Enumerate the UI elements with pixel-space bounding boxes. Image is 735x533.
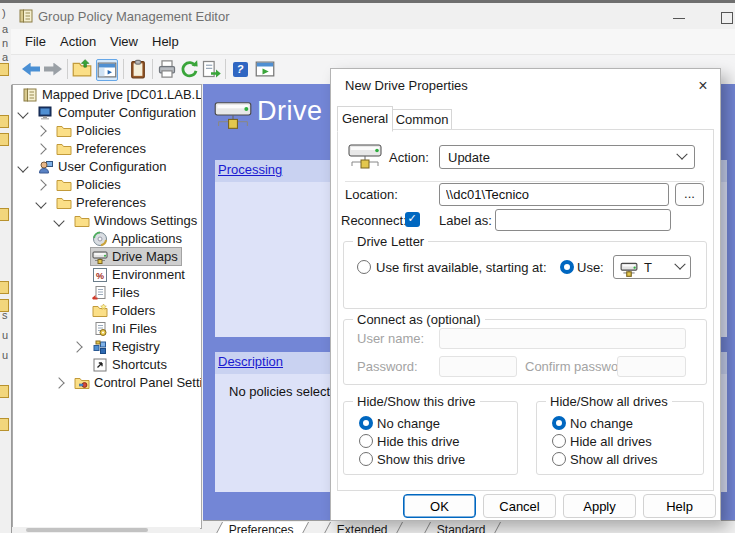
tree-item-target[interactable]: %Environment bbox=[91, 266, 188, 283]
folder-icon bbox=[74, 213, 90, 229]
user-name-input bbox=[439, 328, 686, 349]
use-first-available-radio[interactable] bbox=[357, 260, 371, 274]
tree-item-user-configuration: User Configuration bbox=[13, 158, 202, 176]
show-all-drives-radio[interactable] bbox=[552, 452, 566, 466]
menu-bar: File Action View Help bbox=[11, 29, 735, 54]
tree-item-mapped-drive-dc01-lab-loca: Mapped Drive [DC01.LAB.LOCA bbox=[13, 86, 202, 104]
label-as-input[interactable] bbox=[495, 209, 671, 231]
up-one-level-icon[interactable] bbox=[72, 59, 92, 79]
new-window-icon[interactable] bbox=[255, 59, 275, 79]
reconnect-checkbox[interactable] bbox=[405, 212, 420, 227]
hide-this-drive-radio[interactable] bbox=[359, 434, 373, 448]
minimize-button[interactable] bbox=[666, 9, 694, 25]
tree-item-target[interactable]: Registry bbox=[91, 338, 163, 355]
tree-item-windows-settings: Windows Settings bbox=[13, 212, 202, 230]
location-input[interactable] bbox=[439, 183, 669, 206]
tree-item-label: Shortcuts bbox=[112, 356, 167, 374]
processing-link[interactable]: Processing bbox=[218, 162, 282, 177]
use-radio[interactable] bbox=[560, 260, 574, 274]
forward-icon[interactable] bbox=[43, 59, 63, 79]
scrollbar-thumb[interactable] bbox=[26, 528, 148, 532]
help-icon[interactable]: ? bbox=[230, 59, 250, 79]
print-icon[interactable] bbox=[157, 59, 177, 79]
folder-icon bbox=[56, 177, 72, 193]
tree-item-label: Policies bbox=[76, 176, 121, 194]
applications-icon bbox=[92, 231, 108, 247]
show-this-drive-label: Show this drive bbox=[377, 452, 465, 467]
tree-item-target[interactable]: Drive Maps bbox=[91, 248, 181, 265]
menu-action[interactable]: Action bbox=[56, 33, 100, 50]
chevron-expanded-icon[interactable] bbox=[17, 161, 28, 172]
chevron-expanded-icon[interactable] bbox=[17, 107, 28, 118]
tree-item-target[interactable]: Mapped Drive [DC01.LAB.LOCA bbox=[21, 86, 202, 103]
title-bar: Group Policy Management Editor bbox=[11, 3, 735, 29]
tree-item-target[interactable]: Windows Settings bbox=[73, 212, 200, 229]
user-name-label: User name: bbox=[357, 331, 424, 346]
tree-item-target[interactable]: Computer Configuration bbox=[37, 104, 199, 121]
tree-item-target[interactable]: Control Panel Settings bbox=[73, 374, 202, 391]
action-label: Action: bbox=[389, 150, 429, 165]
maximize-button[interactable] bbox=[713, 9, 735, 25]
tree-item-preferences: Preferences bbox=[13, 140, 202, 158]
apply-button[interactable]: Apply bbox=[563, 494, 636, 518]
close-icon[interactable]: × bbox=[693, 76, 713, 96]
chevron-expanded-icon[interactable] bbox=[35, 197, 46, 208]
drive-letter-group-title: Drive Letter bbox=[353, 234, 428, 249]
tree-item-target[interactable]: User Configuration bbox=[37, 158, 169, 175]
tab-extended[interactable]: Extended bbox=[320, 522, 403, 533]
location-label: Location: bbox=[345, 187, 398, 202]
dialog-title: New Drive Properties bbox=[345, 78, 468, 93]
chevron-collapsed-icon[interactable] bbox=[53, 377, 64, 388]
drive-letter-select[interactable]: T bbox=[613, 255, 691, 279]
export-list-icon[interactable] bbox=[201, 59, 221, 79]
chevron-collapsed-icon[interactable] bbox=[35, 143, 46, 154]
tree-item-target[interactable]: Ini Files bbox=[91, 320, 160, 337]
tree-item-target[interactable]: Applications bbox=[91, 230, 185, 247]
tree-item-label: Applications bbox=[112, 230, 182, 248]
tab-common[interactable]: Common bbox=[392, 109, 452, 131]
clipboard-icon[interactable] bbox=[128, 59, 148, 79]
cancel-button[interactable]: Cancel bbox=[483, 494, 556, 518]
reconnect-label: Reconnect: bbox=[341, 213, 407, 228]
this-no-change-radio[interactable] bbox=[359, 416, 373, 430]
action-select[interactable]: Update bbox=[439, 145, 695, 169]
tree-item-target[interactable]: Shortcuts bbox=[91, 356, 170, 373]
tree-item-files: Files bbox=[13, 284, 202, 302]
tree-item-label: Ini Files bbox=[112, 320, 157, 338]
refresh-icon[interactable] bbox=[179, 59, 199, 79]
show-this-drive-radio[interactable] bbox=[359, 452, 373, 466]
tree-item-target[interactable]: Files bbox=[91, 284, 142, 301]
tree-item-label: Environment bbox=[112, 266, 185, 284]
tree-item-computer-configuration: Computer Configuration bbox=[13, 104, 202, 122]
tree-item-target[interactable]: Preferences bbox=[55, 194, 149, 211]
chevron-collapsed-icon[interactable] bbox=[71, 341, 82, 352]
chevron-collapsed-icon[interactable] bbox=[35, 125, 46, 136]
ini-icon bbox=[92, 321, 108, 337]
tab-general[interactable]: General bbox=[337, 106, 393, 132]
view-tab-strip: Preferences Extended Standard bbox=[203, 520, 735, 533]
show-console-tree-icon[interactable] bbox=[96, 59, 118, 81]
menu-view[interactable]: View bbox=[106, 33, 142, 50]
chevron-expanded-icon[interactable] bbox=[53, 215, 64, 226]
help-button[interactable]: Help bbox=[643, 494, 716, 518]
tree-item-target[interactable]: Policies bbox=[55, 176, 124, 193]
tree-item-target[interactable]: Policies bbox=[55, 122, 124, 139]
connect-as-group-title: Connect as (optional) bbox=[353, 312, 485, 327]
description-link[interactable]: Description bbox=[218, 354, 283, 369]
chevron-collapsed-icon[interactable] bbox=[35, 179, 46, 190]
shortcut-icon bbox=[92, 357, 108, 373]
tree-horizontal-scrollbar[interactable] bbox=[12, 527, 200, 533]
all-no-change-radio[interactable] bbox=[552, 416, 566, 430]
tree-item-target[interactable]: Folders bbox=[91, 302, 158, 319]
menu-file[interactable]: File bbox=[21, 33, 50, 50]
hide-all-drives-radio[interactable] bbox=[552, 434, 566, 448]
browse-button[interactable]: ... bbox=[675, 183, 704, 206]
menu-help[interactable]: Help bbox=[148, 33, 183, 50]
edge-text-fragment: ) bbox=[2, 7, 6, 19]
tab-standard[interactable]: Standard bbox=[420, 522, 501, 533]
tree-item-target[interactable]: Preferences bbox=[55, 140, 149, 157]
ok-button[interactable]: OK bbox=[403, 494, 476, 518]
tab-preferences[interactable]: Preferences bbox=[212, 522, 309, 533]
back-icon[interactable] bbox=[21, 59, 41, 79]
show-all-drives-label: Show all drives bbox=[570, 452, 657, 467]
